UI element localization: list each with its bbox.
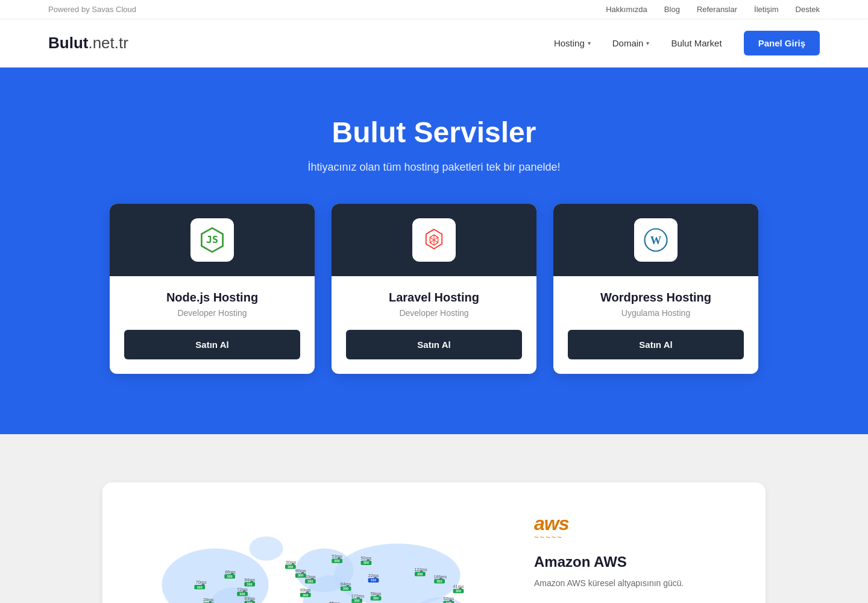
svg-text:63ms: 63ms (305, 574, 316, 579)
svg-text:22ms: 22ms (368, 573, 379, 578)
svg-text:52ms: 52ms (444, 596, 454, 601)
card-body-nodejs-card: Node.js Hosting Developer Hosting Satın … (110, 276, 315, 374)
svg-text:122ms: 122ms (414, 567, 427, 572)
logo-bold: Bulut (48, 34, 88, 52)
aws-info-area: aws ~~~~~ Amazon AWS Amazon AWS küresel … (508, 482, 766, 603)
svg-text:41ms: 41ms (453, 584, 464, 589)
svg-text:86ms: 86ms (295, 568, 306, 573)
card-subtitle: Uygulama Hosting (568, 308, 744, 318)
domain-nav[interactable]: Domain▾ (612, 38, 650, 48)
site-logo[interactable]: Bulut.net.tr (48, 34, 128, 52)
svg-text:89ms: 89ms (300, 587, 311, 593)
card-subtitle: Developer Hosting (346, 308, 522, 318)
top-bar: Powered by Savas Cloud HakkımızdaBlogRef… (0, 0, 868, 19)
svg-text:172ms: 172ms (351, 593, 365, 599)
card-subtitle: Developer Hosting (124, 308, 300, 318)
svg-text:300: 300 (239, 592, 245, 596)
svg-text:300: 300 (307, 579, 313, 583)
svg-text:58ms: 58ms (371, 591, 382, 596)
service-cards-container: JS Node.js Hosting Developer Hosting Sat… (102, 204, 766, 374)
top-bar-brand: Powered by Savas Cloud (48, 5, 136, 14)
aws-title: Amazon AWS (534, 554, 739, 570)
aws-desc: Amazon AWS küresel altyapısının gücü. (534, 576, 739, 590)
hero-title: Bulut Servisler (48, 116, 820, 149)
svg-text:300: 300 (436, 579, 442, 583)
nodejs-card: JS Node.js Hosting Developer Hosting Sat… (110, 204, 315, 374)
svg-text:300: 300 (303, 593, 308, 597)
svg-text:300: 300 (334, 559, 339, 563)
svg-text:94ms: 94ms (244, 577, 255, 582)
hero-section: Bulut Servisler İhtiyacınız olan tüm hos… (0, 68, 868, 434)
card-title: Laravel Hosting (346, 291, 522, 305)
chevron-down-icon: ▾ (646, 40, 649, 46)
svg-text:72ms: 72ms (237, 587, 248, 592)
nodejs-icon: JS (190, 218, 234, 262)
aws-card: 70ms 300 86ms 300 30ms 300 94ms 300 (102, 482, 766, 603)
svg-point-13 (249, 536, 283, 560)
bulut-market-nav[interactable]: Bulut Market (671, 38, 722, 48)
panel-login-button[interactable]: Panel Giriş (744, 31, 820, 55)
svg-text:300: 300 (456, 589, 461, 593)
svg-text:55ms: 55ms (329, 601, 340, 603)
svg-text:300: 300 (298, 573, 303, 577)
main-nav: Bulut.net.tr Hosting▾Domain▾Bulut Market… (0, 19, 868, 68)
card-body-laravel-card: Laravel Hosting Developer Hosting Satın … (332, 276, 536, 374)
topbar-nav-references[interactable]: Referanslar (697, 5, 737, 14)
card-header-wordpress-card: W (553, 204, 758, 276)
svg-text:93ms: 93ms (244, 596, 255, 601)
svg-text:JS: JS (206, 233, 218, 245)
svg-text:300: 300 (227, 575, 232, 578)
buy-button-nodejs-card[interactable]: Satın Al (124, 330, 300, 359)
logo-rest: .net.tr (88, 34, 128, 52)
svg-text:300: 300 (417, 572, 423, 576)
main-nav-links: Hosting▾Domain▾Bulut MarketPanel Giriş (554, 31, 820, 55)
card-body-wordpress-card: Wordpress Hosting Uygulama Hosting Satın… (553, 276, 758, 374)
wordpress-icon: W (634, 218, 678, 262)
aws-logo: aws ~~~~~ (534, 513, 739, 541)
svg-text:W: W (650, 235, 662, 247)
svg-text:300: 300 (247, 582, 252, 586)
svg-text:86ms: 86ms (225, 569, 236, 575)
svg-text:300: 300 (288, 565, 293, 569)
topbar-nav-contact[interactable]: İletişim (754, 5, 778, 14)
aws-map-area: 70ms 300 86ms 300 30ms 300 94ms 300 (102, 482, 508, 603)
svg-text:30ms: 30ms (286, 560, 297, 565)
world-map-svg: 70ms 300 86ms 300 30ms 300 94ms 300 (121, 500, 489, 603)
svg-text:64ms: 64ms (341, 581, 351, 587)
svg-text:300: 300 (343, 587, 348, 590)
svg-text:300: 300 (373, 596, 379, 600)
svg-text:300: 300 (363, 561, 369, 564)
laravel-icon (412, 218, 456, 262)
svg-text:310: 310 (371, 578, 376, 582)
buy-button-laravel-card[interactable]: Satın Al (346, 330, 522, 359)
topbar-nav-blog[interactable]: Blog (664, 5, 680, 14)
svg-text:28ms: 28ms (203, 597, 214, 602)
card-title: Node.js Hosting (124, 291, 300, 305)
svg-text:189ms: 189ms (433, 574, 447, 579)
svg-text:70ms: 70ms (196, 579, 207, 585)
chevron-down-icon: ▾ (588, 40, 591, 46)
topbar-nav-about[interactable]: Hakkımızda (606, 5, 647, 14)
svg-text:300: 300 (197, 586, 202, 589)
svg-text:300: 300 (354, 599, 359, 602)
svg-text:53ms: 53ms (332, 554, 342, 559)
card-header-nodejs-card: JS (110, 204, 315, 276)
svg-text:50ms: 50ms (361, 555, 372, 561)
laravel-card: Laravel Hosting Developer Hosting Satın … (332, 204, 536, 374)
card-header-laravel-card (332, 204, 536, 276)
wordpress-card: W Wordpress Hosting Uygulama Hosting Sat… (553, 204, 758, 374)
aws-section: 70ms 300 86ms 300 30ms 300 94ms 300 (0, 434, 868, 603)
aws-logo-text: aws (534, 513, 568, 534)
hosting-nav[interactable]: Hosting▾ (554, 38, 591, 48)
top-bar-nav: HakkımızdaBlogReferanslarİletişimDestek (606, 5, 820, 14)
topbar-nav-support[interactable]: Destek (796, 5, 820, 14)
card-title: Wordpress Hosting (568, 291, 744, 305)
hero-subtitle: İhtiyacınız olan tüm hosting paketleri t… (48, 161, 820, 174)
buy-button-wordpress-card[interactable]: Satın Al (568, 330, 744, 359)
